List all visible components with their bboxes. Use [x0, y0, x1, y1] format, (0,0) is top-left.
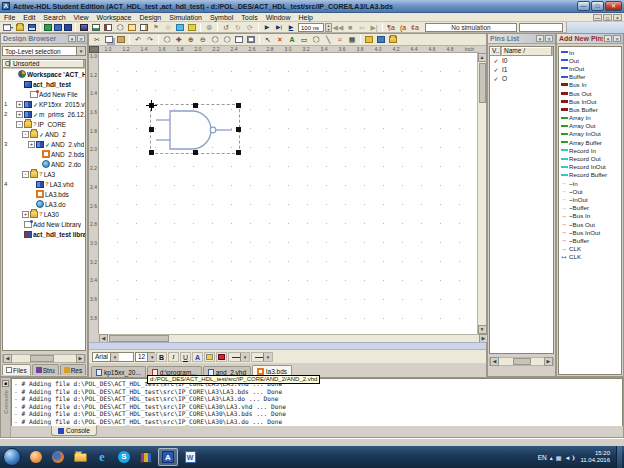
- selection-box[interactable]: [150, 104, 240, 154]
- pin-type-inv-bus-buffer[interactable]: →~Buffer: [559, 236, 621, 244]
- nand-gate-symbol[interactable]: [152, 106, 240, 154]
- chevron-down-icon[interactable]: ▾: [240, 353, 249, 361]
- tree-item-folder[interactable]: -✓AND_2: [3, 129, 85, 139]
- tree-item-file[interactable]: LA3.do: [3, 199, 85, 209]
- tree-item-file[interactable]: 1+✓KP15xx_2015.vhd: [3, 99, 85, 109]
- simulation-time-input[interactable]: 100 ns: [298, 23, 324, 32]
- pin-type-in[interactable]: In: [559, 48, 621, 56]
- tree-item-design[interactable]: act_hdl_test: [3, 79, 85, 89]
- tab-files[interactable]: Files: [2, 364, 31, 375]
- zoom-full-icon[interactable]: [222, 35, 233, 44]
- tree-item-library[interactable]: act_hdl_test library: [3, 229, 85, 239]
- scrollbar-thumb[interactable]: [479, 63, 486, 103]
- expand-toggle[interactable]: [28, 201, 35, 208]
- copy-icon[interactable]: [104, 35, 115, 44]
- run-for-icon[interactable]: ▶: [286, 23, 297, 32]
- panel-menu-button[interactable]: ▾: [604, 35, 612, 42]
- tree-item-folder[interactable]: -?IP_CORE: [3, 119, 85, 129]
- pin-row[interactable]: ✓I1: [490, 65, 553, 74]
- pin-type-inv-out[interactable]: →~Out: [559, 187, 621, 195]
- tree-item-file[interactable]: 2+✓m_prims_26.12.09.v: [3, 109, 85, 119]
- pin-type-bus-buffer[interactable]: Bus Buffer: [559, 105, 621, 113]
- language-indicator[interactable]: EN: [538, 454, 547, 461]
- column-name[interactable]: Name /: [502, 47, 553, 56]
- design-browser-icon[interactable]: [79, 23, 90, 32]
- library-manager-icon[interactable]: [64, 23, 73, 32]
- scrollbar-thumb[interactable]: [109, 335, 169, 342]
- pin-type-out[interactable]: Out: [559, 56, 621, 64]
- pin-type-array-buffer[interactable]: Array Buffer: [559, 138, 621, 146]
- expand-toggle[interactable]: [16, 81, 23, 88]
- close-button[interactable]: ✕: [605, 1, 622, 11]
- tree-item-file[interactable]: AND_2.do: [3, 159, 85, 169]
- new-file-icon[interactable]: ▾: [3, 23, 14, 32]
- column-unsorted[interactable]: Unsorted: [11, 60, 85, 68]
- pin-type-bus-out[interactable]: Bus Out: [559, 89, 621, 97]
- pin-type-record-in[interactable]: Record In: [559, 146, 621, 154]
- scroll-down-icon[interactable]: ▼: [478, 325, 487, 334]
- hierarchy-icon[interactable]: [187, 23, 198, 32]
- pin-type-bus-in[interactable]: Bus In: [559, 81, 621, 89]
- scroll-left-icon[interactable]: ◀: [490, 357, 499, 366]
- menu-file[interactable]: File: [0, 13, 19, 22]
- top-level-selector[interactable]: Top-Level selection ▾: [2, 46, 86, 56]
- expand-toggle[interactable]: -: [22, 131, 29, 138]
- chevron-down-icon[interactable]: ▾: [76, 47, 85, 55]
- pin-type-inv-inout[interactable]: →~InOut: [559, 195, 621, 203]
- font-family-select[interactable]: Arial▾: [92, 352, 134, 362]
- menu-simulation[interactable]: Simulation: [165, 13, 206, 22]
- italic-button[interactable]: I: [168, 352, 179, 362]
- design-flow-icon[interactable]: ⚑: [151, 23, 162, 32]
- page-setup-icon[interactable]: [234, 35, 245, 44]
- expand-toggle[interactable]: +: [28, 141, 35, 148]
- pins-list-header[interactable]: Pins List ▾ ✕: [488, 34, 555, 44]
- start-button[interactable]: [3, 448, 21, 466]
- menu-workspace[interactable]: Workspace: [93, 13, 136, 22]
- column-order[interactable]: O: [3, 60, 11, 68]
- ruler-origin-box[interactable]: [89, 46, 99, 53]
- breakpoint-icon[interactable]: ¶a: [386, 23, 397, 32]
- restart-icon[interactable]: [221, 23, 232, 32]
- menu-help[interactable]: Help: [295, 13, 317, 22]
- check-mark[interactable]: ✓: [490, 57, 502, 64]
- column-visible[interactable]: V..: [490, 47, 502, 56]
- mdi-minimize-button[interactable]: —: [593, 14, 602, 21]
- find-icon[interactable]: [115, 23, 126, 32]
- cut-icon[interactable]: [92, 35, 103, 44]
- clear-breakpoints-icon[interactable]: ¢a: [410, 23, 421, 32]
- redo-icon[interactable]: [145, 35, 156, 44]
- initialize-icon[interactable]: ↻: [233, 23, 244, 32]
- block-diagram-icon[interactable]: [127, 23, 138, 32]
- taskbar-firefox-icon[interactable]: [48, 448, 68, 466]
- line-tool-icon[interactable]: [323, 35, 334, 44]
- menu-symbol[interactable]: Symbol: [206, 13, 237, 22]
- chevron-down-icon[interactable]: ▾: [147, 353, 156, 361]
- canvas-horizontal-scrollbar[interactable]: ◀ ▶: [99, 334, 488, 342]
- pin-type-array-out[interactable]: Array Out: [559, 122, 621, 130]
- panel-close-button[interactable]: ✕: [613, 35, 621, 42]
- pin-type-record-buffer[interactable]: Record Buffer: [559, 171, 621, 179]
- tree-item-file[interactable]: 3+✓AND_2.vhd: [3, 139, 85, 149]
- panel-close-button[interactable]: ✕: [77, 35, 85, 42]
- taskbar-active-hdl-icon[interactable]: A: [158, 448, 178, 466]
- expand-toggle[interactable]: [28, 181, 35, 188]
- volume-icon[interactable]: ◄❩: [564, 454, 575, 461]
- undo-icon[interactable]: [133, 35, 144, 44]
- step-back-icon[interactable]: ⇦: [357, 23, 368, 32]
- tree-item-folder[interactable]: -?LA3: [3, 169, 85, 179]
- console-close-icon[interactable]: ■: [2, 380, 9, 387]
- taskbar-ie-icon[interactable]: e: [92, 448, 112, 466]
- menu-tools[interactable]: Tools: [237, 13, 261, 22]
- line-style-select[interactable]: ▾: [228, 352, 250, 362]
- pin-row[interactable]: ✓O: [490, 74, 553, 83]
- title-bar[interactable]: A Active-HDL Student Edition (ACT_HDL_te…: [0, 0, 624, 13]
- state-diagram-icon[interactable]: [139, 23, 150, 32]
- chevron-down-icon[interactable]: ▾: [263, 353, 272, 361]
- menu-design[interactable]: Design: [135, 13, 165, 22]
- menu-view[interactable]: View: [70, 13, 93, 22]
- delete-tool-icon[interactable]: [275, 35, 286, 44]
- save-block-icon[interactable]: [388, 35, 399, 44]
- trace-into-icon[interactable]: ◀◀: [333, 23, 344, 32]
- design-browser-header[interactable]: Design Browser ▾ ✕: [1, 34, 87, 44]
- zoom-in-icon[interactable]: [186, 35, 197, 44]
